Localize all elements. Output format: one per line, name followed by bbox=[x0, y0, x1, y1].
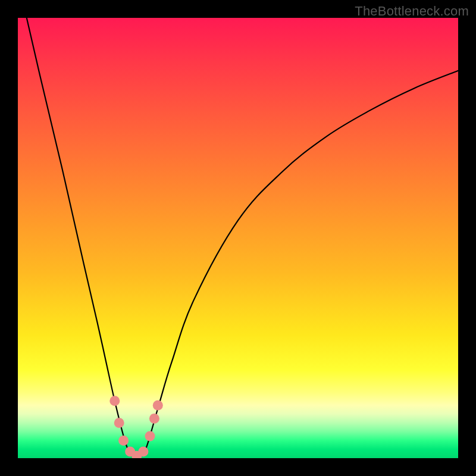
highlight-dot bbox=[131, 451, 142, 458]
highlight-dot bbox=[145, 431, 155, 441]
chart-plot-area bbox=[18, 18, 458, 458]
highlight-dot bbox=[114, 418, 124, 428]
bottleneck-curve-svg bbox=[18, 18, 458, 458]
highlight-markers bbox=[109, 396, 162, 458]
highlight-dot bbox=[153, 400, 163, 411]
highlight-dot bbox=[109, 396, 120, 406]
watermark-text: TheBottleneck.com bbox=[355, 4, 469, 19]
bottleneck-curve-path bbox=[27, 18, 458, 458]
highlight-dot bbox=[138, 446, 148, 456]
highlight-dot bbox=[125, 446, 135, 456]
highlight-dot bbox=[149, 414, 159, 424]
highlight-dot bbox=[118, 436, 129, 446]
